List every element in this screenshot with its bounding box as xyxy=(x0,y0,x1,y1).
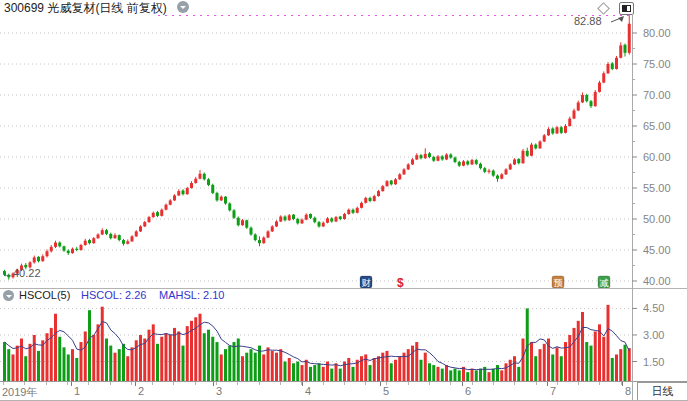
candle-body xyxy=(322,223,325,227)
event-badge-icon[interactable]: 减 xyxy=(598,276,610,288)
volume-bar xyxy=(390,363,393,381)
x-axis-minor-tick xyxy=(344,382,345,385)
indicator-header: HSCOL(5) HSCOL: 2.26 MAHSL: 2.10 xyxy=(0,289,630,303)
volume-bar xyxy=(284,362,287,381)
candle-body xyxy=(220,197,223,201)
volume-bar xyxy=(475,370,478,381)
candle-body xyxy=(194,179,197,183)
price-axis-label: 80.00 xyxy=(643,27,671,39)
volume-bar-chart[interactable] xyxy=(0,303,632,381)
candle-body xyxy=(335,217,338,221)
volume-bar xyxy=(228,346,231,381)
volume-bar xyxy=(539,349,542,381)
volume-bar xyxy=(624,345,627,381)
volume-bar xyxy=(496,365,499,381)
volume-bar xyxy=(607,305,610,381)
volume-bar xyxy=(109,346,112,381)
volume-bar xyxy=(241,356,244,381)
volume-bar xyxy=(513,356,516,381)
volume-bar xyxy=(517,367,520,381)
volume-bar xyxy=(543,344,546,381)
volume-bar xyxy=(80,342,83,381)
price-axis-label: 55.00 xyxy=(643,182,671,194)
candle-body xyxy=(462,161,465,165)
candle-body xyxy=(50,247,53,251)
candle-body xyxy=(381,186,384,191)
candle-body xyxy=(441,156,444,159)
volume-bar xyxy=(619,349,622,381)
candle-body xyxy=(173,195,176,200)
volume-bar xyxy=(211,337,214,381)
candle-body xyxy=(279,217,282,222)
candle-body xyxy=(432,157,435,161)
candle-body xyxy=(526,151,529,156)
volume-bar xyxy=(352,367,355,381)
low-marker-label: ←40.22 xyxy=(2,267,41,279)
volume-bar xyxy=(428,363,431,381)
candle-body xyxy=(224,197,227,204)
event-dollar-icon[interactable]: $ xyxy=(397,276,404,288)
x-axis-minor-tick xyxy=(3,382,4,385)
chevron-down-icon[interactable] xyxy=(177,1,189,13)
candle-body xyxy=(177,191,180,195)
candle-body xyxy=(139,226,142,231)
candle-body xyxy=(377,191,380,196)
candle-body xyxy=(160,210,163,216)
diamond-marker-icon[interactable] xyxy=(597,2,610,15)
volume-bar xyxy=(37,351,40,381)
volume-bar xyxy=(441,369,444,381)
candle-body xyxy=(63,246,66,250)
candle-body xyxy=(471,160,474,164)
x-axis-year-label: 2019年 xyxy=(2,385,37,400)
candle-body xyxy=(530,145,533,156)
volume-bar xyxy=(24,356,27,381)
x-axis-minor-tick xyxy=(280,382,281,385)
x-axis-minor-tick xyxy=(24,382,25,385)
candle-body xyxy=(92,238,95,243)
x-axis-minor-tick xyxy=(365,382,366,385)
volume-bar xyxy=(301,365,304,381)
volume-bar xyxy=(411,346,414,381)
svg-text:减: 减 xyxy=(600,278,609,288)
candle-body xyxy=(67,251,70,253)
x-axis-minor-tick xyxy=(131,382,132,385)
volume-bar xyxy=(254,353,257,381)
candle-body xyxy=(628,24,631,53)
volume-bar xyxy=(84,331,87,381)
volume-bar xyxy=(250,349,253,381)
volume-bar xyxy=(3,342,6,381)
volume-bar xyxy=(347,358,350,381)
volume-bar xyxy=(186,326,189,381)
volume-bar xyxy=(169,335,172,381)
candle-body xyxy=(445,155,448,160)
candle-body xyxy=(585,95,588,101)
volume-bar xyxy=(568,335,571,381)
volume-bar xyxy=(398,356,401,381)
candle-body xyxy=(237,218,240,225)
indicator-chevron-down-icon[interactable] xyxy=(3,290,14,301)
event-badge-icon[interactable]: 财 xyxy=(360,276,372,288)
x-axis-minor-tick xyxy=(429,382,430,385)
volume-bar xyxy=(139,335,142,381)
price-candlestick-chart[interactable]: 82.88←40.22财$预减 xyxy=(0,14,632,288)
volume-bar xyxy=(585,342,588,381)
x-axis-minor-tick xyxy=(323,382,324,385)
volume-bar xyxy=(322,367,325,381)
volume-bar xyxy=(101,307,104,381)
candle-body xyxy=(122,240,125,244)
price-axis-label: 40.00 xyxy=(643,275,671,287)
candle-body xyxy=(37,257,40,261)
candle-body xyxy=(539,142,542,149)
candle-body xyxy=(479,164,482,168)
svg-text:财: 财 xyxy=(362,278,371,288)
x-axis-month-tick xyxy=(622,382,623,386)
event-badge-icon[interactable]: 预 xyxy=(552,276,564,288)
candle-body xyxy=(415,155,418,159)
volume-bar xyxy=(488,372,491,381)
volume-bar xyxy=(335,363,338,381)
price-axis-column: 80.0075.0070.0065.0060.0055.0050.0045.00… xyxy=(632,0,688,401)
candle-body xyxy=(394,179,397,184)
candle-body xyxy=(58,243,61,247)
volume-bar xyxy=(305,360,308,381)
candle-body xyxy=(624,45,627,53)
